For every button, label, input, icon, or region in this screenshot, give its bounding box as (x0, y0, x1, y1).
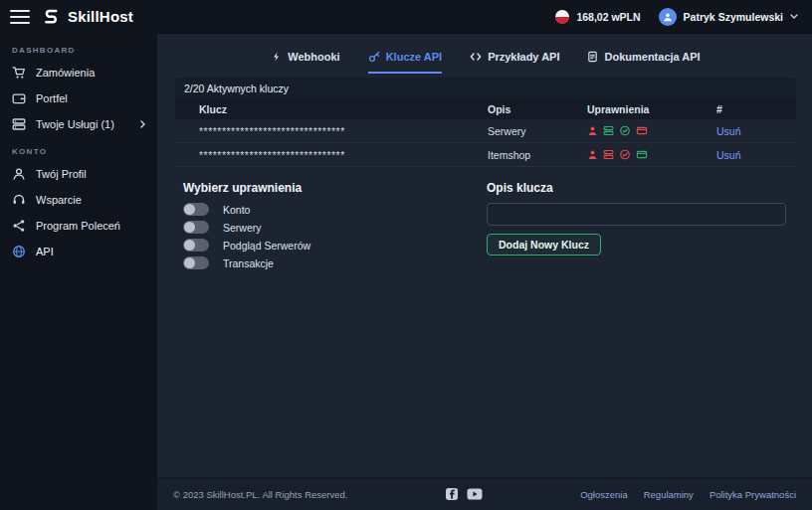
col-actions: # (716, 103, 782, 115)
toggle-label: Serwery (223, 222, 262, 234)
footer: © 2023 SkillHost.PL. All Rights Reserved… (157, 477, 812, 510)
facebook-icon[interactable] (445, 487, 459, 501)
tab-webhooki[interactable]: Webhooki (271, 51, 339, 74)
tab-dokumentacja-api[interactable]: Dokumentacja API (587, 51, 700, 74)
referral-icon (12, 219, 26, 233)
col-klucz: Klucz (199, 103, 488, 115)
sidebar-item-twoj-profil[interactable]: Twój Profil (0, 161, 157, 187)
serwery-toggle[interactable] (183, 221, 209, 234)
docs-icon (587, 51, 598, 63)
add-key-button[interactable]: Dodaj Nowy Klucz (487, 234, 601, 255)
api-icon (12, 245, 26, 258)
tab-label: Dokumentacja API (604, 51, 700, 63)
skillhost-logo-icon (42, 7, 61, 26)
user-menu[interactable]: Patryk Szymulewski (659, 8, 798, 26)
tab-label: Klucze API (386, 51, 442, 63)
toggle-row-serwery: Serwery (183, 221, 487, 234)
sidebar-item-portfel[interactable]: Portfel (0, 85, 157, 111)
chevron-right-icon (140, 120, 145, 128)
toggle-row-transakcje: Transakcje (183, 256, 487, 269)
key-description-form: Opis klucza Dodaj Nowy Klucz (487, 181, 786, 274)
key-form-title: Opis klucza (487, 181, 786, 195)
sidebar-item-twoje-uslugi[interactable]: Twoje Usługi (1) (0, 111, 157, 137)
sidebar-item-label: API (36, 246, 54, 257)
social-links (445, 487, 483, 501)
chevron-down-icon (790, 14, 798, 19)
balance-amount: 168,02 wPLN (576, 11, 640, 23)
active-keys-count: 2/20 Aktywnych kluczy (175, 78, 796, 99)
permissions-form: Wybierz uprawnienia Konto Serwery Podglą… (183, 181, 487, 274)
wallet-icon (12, 91, 26, 105)
col-uprawnienia: Uprawnienia (587, 103, 716, 115)
brand-logo[interactable]: SkillHost (42, 7, 133, 26)
sidebar-item-wsparcie[interactable]: Wsparcie (0, 187, 157, 213)
sidebar-item-api[interactable]: API (0, 239, 157, 264)
toggle-label: Transakcje (223, 257, 274, 269)
permission-konto-icon (587, 149, 598, 160)
hamburger-menu-icon[interactable] (10, 10, 30, 24)
toggle-row-konto: Konto (183, 203, 487, 216)
brand-name: SkillHost (68, 8, 133, 25)
main-content: Webhooki Klucze API Przykłady API Dokume… (157, 34, 812, 510)
permissions-form-title: Wybierz uprawnienia (183, 181, 487, 195)
permission-podglad-icon (619, 149, 631, 160)
sidebar-item-program-polecen[interactable]: Program Poleceń (0, 213, 157, 239)
api-keys-table: 2/20 Aktywnych kluczy Klucz Opis Uprawni… (175, 78, 796, 167)
avatar (659, 8, 677, 26)
api-key-description: Serwery (488, 125, 587, 137)
sidebar-item-label: Portfel (36, 92, 68, 104)
permission-konto-icon (587, 125, 598, 136)
tab-label: Webhooki (288, 51, 339, 63)
footer-link-ogloszenia[interactable]: Ogłoszenia (580, 489, 628, 500)
permission-transakcje-icon (636, 149, 648, 160)
permission-indicators (587, 149, 716, 160)
copyright-text: © 2023 SkillHost.PL. All Rights Reserved… (173, 489, 347, 500)
sidebar-item-label: Twoje Usługi (1) (36, 118, 114, 130)
konto-toggle[interactable] (183, 203, 209, 216)
api-key-masked: ******************************** (199, 125, 488, 137)
permission-podglad-icon (619, 125, 631, 136)
sidebar-item-zamowienia[interactable]: Zamówienia (0, 60, 157, 85)
toggle-label: Podgląd Serwerów (223, 240, 310, 252)
transakcje-toggle[interactable] (183, 256, 209, 269)
permission-transakcje-icon (636, 125, 648, 136)
services-icon (12, 117, 26, 131)
sidebar-item-label: Twój Profil (36, 168, 87, 180)
footer-links: Ogłoszenia Regulaminy Polityka Prywatnoś… (580, 489, 796, 500)
footer-link-regulaminy[interactable]: Regulaminy (644, 489, 694, 500)
username: Patryk Szymulewski (684, 11, 783, 23)
new-key-forms: Wybierz uprawnienia Konto Serwery Podglą… (175, 181, 796, 274)
webhook-icon (271, 51, 282, 63)
table-row: ******************************** Itemsho… (175, 143, 796, 167)
wallet-balance[interactable]: 168,02 wPLN (555, 10, 640, 24)
sidebar-section-dashboard: DASHBOARD (0, 36, 157, 60)
sidebar-item-label: Zamówienia (36, 67, 95, 79)
cart-icon (12, 66, 26, 80)
tab-klucze-api[interactable]: Klucze API (368, 51, 442, 74)
poland-flag-icon (555, 10, 569, 24)
api-key-masked: ******************************** (199, 149, 488, 161)
key-icon (368, 51, 380, 63)
topbar: SkillHost 168,02 wPLN Patryk Szymulewski (0, 0, 812, 34)
key-description-input[interactable] (487, 203, 786, 226)
delete-key-link[interactable]: Usuń (716, 125, 782, 137)
youtube-icon[interactable] (467, 488, 483, 500)
table-header-row: Klucz Opis Uprawnienia # (175, 99, 796, 119)
sidebar: DASHBOARD Zamówienia Portfel Twoje Usług… (0, 34, 157, 510)
table-row: ******************************** Serwery (175, 119, 796, 143)
api-tabs: Webhooki Klucze API Przykłady API Dokume… (175, 34, 796, 74)
support-icon (12, 193, 26, 207)
sidebar-section-konto: KONTO (0, 137, 157, 161)
tab-przyklady-api[interactable]: Przykłady API (470, 51, 559, 74)
sidebar-item-label: Program Poleceń (36, 220, 120, 232)
permission-serwery-icon (603, 149, 614, 160)
podglad-serwerow-toggle[interactable] (183, 239, 209, 252)
col-opis: Opis (488, 103, 587, 115)
delete-key-link[interactable]: Usuń (716, 149, 782, 161)
api-key-description: Itemshop (488, 149, 587, 161)
footer-link-polityka[interactable]: Polityka Prywatności (710, 489, 796, 500)
sidebar-item-label: Wsparcie (36, 194, 82, 206)
user-icon (12, 167, 26, 181)
toggle-label: Konto (223, 204, 250, 216)
permission-serwery-icon (603, 125, 614, 136)
